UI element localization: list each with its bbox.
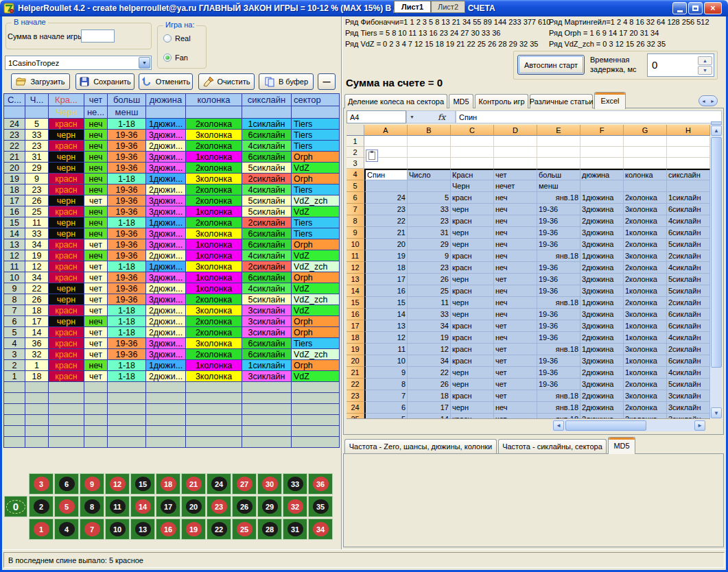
scroll-right-icon[interactable]: ► (694, 420, 705, 431)
excel-cell[interactable]: 19-36 (537, 320, 580, 332)
excel-cell[interactable]: 33 (408, 309, 451, 320)
excel-row-header[interactable]: 4 (347, 169, 364, 180)
excel-cell[interactable]: 19-36 (537, 379, 580, 390)
excel-cell[interactable]: 34 (408, 320, 451, 332)
excel-row-header[interactable]: 6 (347, 192, 364, 204)
excel-cell[interactable]: 21 (364, 227, 408, 239)
excel-cell[interactable]: 1колонка (624, 320, 667, 332)
casino-combobox[interactable]: 1CasinoTropez ▼ (5, 56, 152, 70)
roulette-cell[interactable]: 5 (54, 496, 79, 517)
excel-cell[interactable]: 9 (408, 250, 451, 262)
excel-cell[interactable]: 19-36 (537, 227, 580, 239)
excel-cell[interactable] (580, 158, 624, 169)
excel-cell[interactable]: черн (451, 379, 494, 390)
excel-cell[interactable]: 18 (408, 390, 451, 402)
excel-cell[interactable]: янв.18 (537, 390, 580, 402)
excel-cell[interactable]: 3колонка (624, 390, 667, 402)
excel-row-header[interactable]: 14 (347, 285, 364, 297)
excel-row-header[interactable]: 20 (347, 355, 364, 367)
save-button[interactable]: Сохранить (75, 73, 134, 90)
excel-cell[interactable]: 3сиклайн (667, 390, 710, 402)
excel-cell[interactable] (580, 147, 624, 158)
excel-cell[interactable]: красн (451, 215, 494, 227)
scroll-up-icon[interactable]: ▲ (711, 126, 722, 136)
excel-cell[interactable] (537, 136, 580, 147)
excel-cell[interactable]: 2сиклайн (667, 297, 710, 309)
excel-cell[interactable]: 23 (364, 204, 408, 215)
radio-fan[interactable] (163, 53, 172, 62)
excel-name-box[interactable]: A4 (347, 110, 406, 123)
excel-row-header[interactable]: 10 (347, 239, 364, 250)
excel-cell[interactable]: неч (494, 297, 537, 309)
excel-cell[interactable]: 19 (364, 250, 408, 262)
excel-cell[interactable]: 12 (364, 332, 408, 344)
excel-cell[interactable]: 14 (364, 309, 408, 320)
excel-cell[interactable]: янв.18 (537, 192, 580, 204)
collapse-button[interactable]: — (318, 73, 336, 90)
excel-cell[interactable]: 2колонка (624, 192, 667, 204)
minimize-button[interactable] (672, 2, 687, 14)
excel-row-header[interactable]: 15 (347, 297, 364, 309)
tab-game-control[interactable]: Контроль игр (475, 94, 528, 108)
excel-cell[interactable]: 3сиклайн (667, 414, 710, 418)
name-box-dropdown-icon[interactable]: ▼ (410, 115, 414, 119)
scroll-down-icon[interactable]: ▼ (711, 407, 722, 418)
excel-cell[interactable]: черн (451, 309, 494, 320)
excel-cell[interactable]: неч (494, 204, 537, 215)
roulette-cell[interactable]: 33 (283, 473, 307, 494)
close-button[interactable]: × (704, 2, 722, 14)
roulette-cell[interactable]: 31 (283, 519, 307, 540)
excel-cell[interactable]: черн (451, 204, 494, 215)
chevron-down-icon[interactable]: ▼ (139, 57, 150, 69)
excel-cell[interactable]: 2дюжина (580, 414, 624, 418)
excel-cell[interactable]: 1колонка (624, 355, 667, 367)
excel-row-header[interactable]: 25 (347, 414, 364, 418)
excel-cell[interactable] (451, 136, 494, 147)
excel-cell[interactable]: чет (494, 169, 537, 180)
excel-cell[interactable]: 3дюжина (580, 379, 624, 390)
excel-cell[interactable]: 11 (364, 344, 408, 355)
tab-md5-bottom[interactable]: MD5 (608, 437, 635, 454)
excel-cell[interactable]: 2колонка (624, 239, 667, 250)
excel-cell[interactable]: Красн (451, 169, 494, 180)
excel-cell[interactable]: неч (494, 192, 537, 204)
excel-cell[interactable]: 2дюжина (580, 367, 624, 379)
excel-cell[interactable]: Черн (451, 180, 494, 192)
excel-cell[interactable]: неч (494, 332, 537, 344)
excel-cell[interactable] (494, 147, 537, 158)
excel-cell[interactable]: 12 (408, 344, 451, 355)
excel-cell[interactable]: 5сиклайн (667, 239, 710, 250)
excel-cell[interactable]: чет (494, 379, 537, 390)
excel-cell[interactable]: янв.18 (537, 402, 580, 414)
spinner-up-icon[interactable]: ▲ (698, 56, 712, 65)
excel-cell[interactable]: 1дюжина (580, 250, 624, 262)
excel-cell[interactable]: 31 (408, 227, 451, 239)
roulette-cell[interactable]: 26 (232, 496, 257, 517)
excel-cell[interactable]: 6 (364, 402, 408, 414)
excel-cell[interactable]: 3дюжина (580, 285, 624, 297)
excel-cell[interactable]: красн (451, 390, 494, 402)
excel-cell[interactable] (537, 158, 580, 169)
excel-cell[interactable]: 19-36 (537, 274, 580, 285)
excel-cell[interactable]: 2дюжина (580, 402, 624, 414)
excel-cell[interactable]: 26 (408, 274, 451, 285)
excel-cell[interactable]: 1сиклайн (667, 192, 710, 204)
excel-cell[interactable]: 6сиклайн (667, 355, 710, 367)
excel-cell[interactable]: 19-36 (537, 285, 580, 297)
excel-cell[interactable]: 3дюжина (580, 320, 624, 332)
excel-cell[interactable]: черн (451, 274, 494, 285)
undo-button[interactable]: Отменить (139, 73, 193, 90)
excel-column-header[interactable]: F (580, 125, 624, 136)
excel-cell[interactable]: 1колонка (624, 285, 667, 297)
excel-column-header[interactable]: C (451, 125, 494, 136)
load-button[interactable]: Загрузить (11, 73, 70, 90)
roulette-cell[interactable]: 2 (29, 496, 54, 517)
excel-cell[interactable]: 4сиклайн (667, 332, 710, 344)
excel-column-header[interactable]: H (667, 125, 710, 136)
radio-real[interactable] (163, 34, 172, 43)
excel-cell[interactable]: красн (451, 320, 494, 332)
excel-cell[interactable]: 17 (408, 402, 451, 414)
excel-cell[interactable] (667, 147, 710, 158)
excel-cell[interactable]: 2дюжина (580, 262, 624, 274)
excel-cell[interactable] (667, 158, 710, 169)
